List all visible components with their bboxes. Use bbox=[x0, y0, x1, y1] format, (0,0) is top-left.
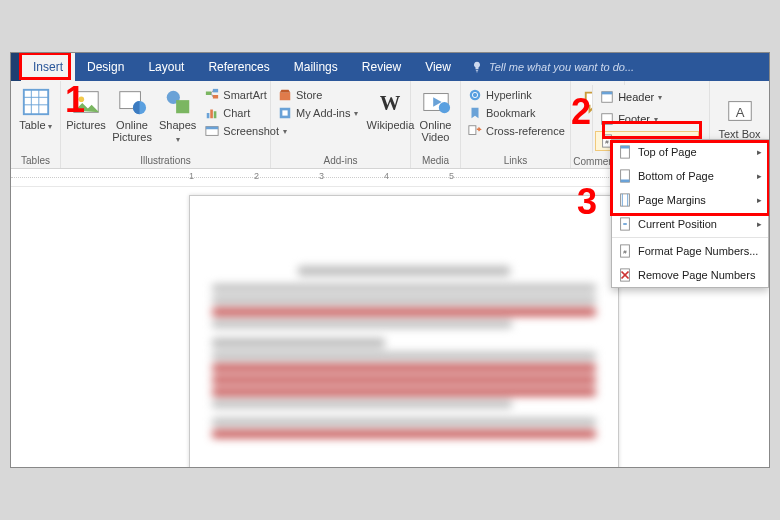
group-addins: Store My Add-ins ▾ W Wikipedia Add-ins bbox=[271, 81, 411, 168]
bulb-icon bbox=[471, 61, 483, 73]
file-tab-edge[interactable] bbox=[11, 53, 21, 81]
svg-point-6 bbox=[79, 96, 85, 102]
bookmark-icon bbox=[468, 106, 482, 120]
group-links: Hyperlink Bookmark Cross-reference Links bbox=[461, 81, 571, 168]
remove-icon bbox=[618, 268, 632, 282]
group-label-illustrations: Illustrations bbox=[65, 154, 266, 167]
wikipedia-button[interactable]: W Wikipedia bbox=[365, 85, 415, 133]
word-window: Insert Design Layout References Mailings… bbox=[10, 52, 770, 468]
page-bottom-icon bbox=[618, 169, 632, 183]
svg-rect-0 bbox=[23, 90, 47, 114]
screenshot-icon bbox=[205, 124, 219, 138]
svg-rect-12 bbox=[213, 89, 218, 93]
group-illustrations: Pictures Online Pictures Shapes ▾ SmartA… bbox=[61, 81, 271, 168]
table-button[interactable]: Table ▾ bbox=[15, 85, 56, 134]
svg-rect-23 bbox=[282, 110, 287, 115]
svg-line-14 bbox=[211, 91, 213, 94]
cross-ref-icon bbox=[468, 124, 482, 138]
online-pictures-icon bbox=[117, 87, 147, 117]
chart-icon bbox=[205, 106, 219, 120]
submenu-arrow-icon: ▸ bbox=[757, 147, 762, 157]
smartart-icon bbox=[205, 88, 219, 102]
svg-rect-45 bbox=[623, 223, 627, 225]
hyperlink-button[interactable]: Hyperlink bbox=[465, 87, 568, 103]
tell-me-search[interactable]: Tell me what you want to do... bbox=[463, 53, 634, 81]
shapes-button[interactable]: Shapes ▾ bbox=[157, 85, 198, 147]
group-label-media: Media bbox=[415, 154, 456, 167]
svg-rect-32 bbox=[602, 122, 613, 125]
menu-page-margins[interactable]: Page Margins ▸ bbox=[612, 188, 768, 212]
header-button[interactable]: Header▾ bbox=[595, 87, 699, 107]
format-icon: # bbox=[618, 244, 632, 258]
svg-rect-20 bbox=[206, 127, 218, 130]
svg-rect-38 bbox=[621, 146, 630, 149]
svg-rect-10 bbox=[176, 100, 189, 113]
store-icon bbox=[278, 88, 292, 102]
store-button[interactable]: Store bbox=[275, 87, 361, 103]
svg-rect-11 bbox=[206, 92, 211, 96]
menu-bottom-of-page[interactable]: Bottom of Page ▸ bbox=[612, 164, 768, 188]
wikipedia-icon: W bbox=[375, 87, 405, 117]
menu-format-page-numbers[interactable]: # Format Page Numbers... bbox=[612, 239, 768, 263]
hyperlink-icon bbox=[468, 88, 482, 102]
group-media: Online Video Media bbox=[411, 81, 461, 168]
textbox-icon: A bbox=[725, 96, 755, 126]
svg-rect-18 bbox=[214, 111, 217, 118]
bookmark-button[interactable]: Bookmark bbox=[465, 105, 568, 121]
tab-view[interactable]: View bbox=[413, 53, 463, 81]
tab-review[interactable]: Review bbox=[350, 53, 413, 81]
submenu-arrow-icon: ▸ bbox=[757, 195, 762, 205]
shapes-icon bbox=[163, 87, 193, 117]
svg-rect-30 bbox=[602, 92, 613, 95]
group-label-links: Links bbox=[465, 154, 566, 167]
page-top-icon bbox=[618, 145, 632, 159]
menu-current-position[interactable]: Current Position ▸ bbox=[612, 212, 768, 236]
header-icon bbox=[600, 90, 614, 104]
video-icon bbox=[421, 87, 451, 117]
svg-text:#: # bbox=[623, 248, 627, 255]
blurred-content bbox=[212, 266, 596, 438]
submenu-arrow-icon: ▸ bbox=[757, 171, 762, 181]
tab-insert[interactable]: Insert bbox=[21, 53, 75, 81]
svg-rect-16 bbox=[207, 113, 210, 118]
online-video-button[interactable]: Online Video bbox=[415, 85, 456, 145]
group-tables: Table ▾ Tables bbox=[11, 81, 61, 168]
current-position-icon bbox=[618, 217, 632, 231]
pictures-icon bbox=[71, 87, 101, 117]
footer-icon bbox=[600, 112, 614, 126]
menu-top-of-page[interactable]: Top of Page ▸ bbox=[612, 140, 768, 164]
addins-icon bbox=[278, 106, 292, 120]
footer-button[interactable]: Footer▾ bbox=[595, 109, 699, 129]
tab-references[interactable]: References bbox=[196, 53, 281, 81]
ribbon-tabs: Insert Design Layout References Mailings… bbox=[11, 53, 769, 81]
table-icon bbox=[21, 87, 51, 117]
svg-rect-40 bbox=[621, 180, 630, 183]
tab-mailings[interactable]: Mailings bbox=[282, 53, 350, 81]
pictures-button[interactable]: Pictures bbox=[65, 85, 107, 133]
my-addins-button[interactable]: My Add-ins ▾ bbox=[275, 105, 361, 121]
svg-point-26 bbox=[438, 102, 449, 113]
online-pictures-button[interactable]: Online Pictures bbox=[111, 85, 153, 145]
svg-text:A: A bbox=[735, 104, 744, 119]
document-page[interactable] bbox=[189, 195, 619, 467]
svg-point-27 bbox=[470, 90, 481, 101]
svg-text:#: # bbox=[605, 138, 609, 145]
group-label-tables: Tables bbox=[15, 154, 56, 167]
page-margins-icon bbox=[618, 193, 632, 207]
tab-layout[interactable]: Layout bbox=[136, 53, 196, 81]
svg-rect-21 bbox=[280, 92, 291, 100]
submenu-arrow-icon: ▸ bbox=[757, 219, 762, 229]
svg-rect-17 bbox=[211, 110, 214, 119]
svg-line-15 bbox=[211, 93, 213, 97]
svg-rect-13 bbox=[213, 95, 218, 99]
tab-design[interactable]: Design bbox=[75, 53, 136, 81]
page-number-menu: Top of Page ▸ Bottom of Page ▸ Page Marg… bbox=[611, 139, 769, 288]
menu-remove-page-numbers[interactable]: Remove Page Numbers bbox=[612, 263, 768, 287]
group-label-addins: Add-ins bbox=[275, 154, 406, 167]
cross-reference-button[interactable]: Cross-reference bbox=[465, 123, 568, 139]
svg-text:W: W bbox=[380, 92, 401, 114]
svg-rect-28 bbox=[469, 126, 476, 135]
tell-me-placeholder: Tell me what you want to do... bbox=[489, 61, 634, 73]
